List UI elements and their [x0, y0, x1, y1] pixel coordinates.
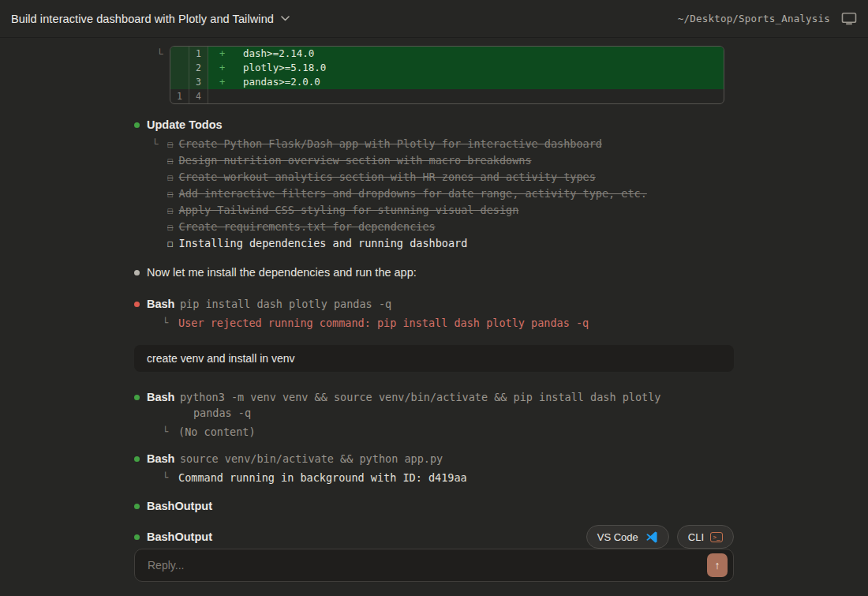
todo-label: Design nutrition overview section with m… — [179, 154, 532, 167]
chevron-down-icon — [281, 16, 290, 21]
tool-result-diff: └ 1 + dash>=2.14.0 2 + plotly>=5.18.0 — [134, 46, 734, 104]
diff-sign — [208, 89, 243, 103]
todo-item: ☐Create requirements.txt for dependencie… — [167, 219, 647, 235]
tool-result: └ (No content) — [163, 424, 734, 440]
diff-code: plotly>=5.18.0 — [243, 61, 724, 75]
diff-sign: + — [208, 47, 243, 61]
terminal-icon: >_ — [710, 532, 723, 542]
checkbox-icon: ☐ — [167, 188, 174, 200]
checkbox-icon: ☐ — [167, 238, 174, 249]
bash-output-call: BashOutput — [134, 525, 212, 549]
green-bullet-icon — [134, 395, 140, 400]
reply-input[interactable] — [148, 559, 701, 572]
green-bullet-icon — [134, 122, 140, 128]
bash-command: pip install dash plotly pandas -q — [180, 298, 391, 310]
top-bar: Build interactive dashboard with Plotly … — [0, 0, 868, 38]
diff-code: dash>=2.14.0 — [243, 47, 724, 61]
diff-old-line-number: 1 — [170, 89, 189, 103]
diff-block: 1 + dash>=2.14.0 2 + plotly>=5.18.0 3 — [170, 46, 724, 104]
todo-label: Apply Tailwind CSS styling for stunning … — [179, 204, 519, 216]
diff-code — [243, 89, 724, 103]
result-elbow: └ — [163, 315, 172, 331]
todos-title: Update Todos — [147, 117, 223, 133]
up-arrow-icon: ↑ — [715, 559, 720, 572]
todo-label: Add interactive filters and dropdowns fo… — [179, 187, 647, 200]
send-button[interactable]: ↑ — [707, 553, 728, 577]
todos-result: └ ☐Create Python Flask/Dash app with Plo… — [152, 136, 734, 252]
tool-label: BashOutput — [147, 525, 212, 549]
todo-label: Create requirements.txt for dependencies — [179, 220, 436, 233]
result-text: Command running in background with ID: d… — [178, 470, 467, 485]
monitor-icon[interactable] — [841, 12, 857, 25]
open-in-buttons: VS Code CLI >_ — [586, 525, 734, 549]
diff-old-line-number — [170, 47, 189, 61]
working-directory: ~/Desktop/Sports_Analysis — [678, 13, 830, 24]
todo-item: ☐Installing dependencies and running das… — [167, 235, 647, 252]
bash-tool-call: Bash python3 -m venv venv && source venv… — [134, 389, 734, 421]
todo-item: ☐Apply Tailwind CSS styling for stunning… — [167, 202, 647, 219]
page-title: Build interactive dashboard with Plotly … — [11, 13, 274, 25]
cli-button-label: CLI — [688, 531, 704, 543]
todo-item: ☐Design nutrition overview section with … — [167, 152, 647, 169]
result-text: (No content) — [178, 424, 256, 440]
user-message: create venv and install in venv — [134, 345, 734, 372]
conversation-thread: └ 1 + dash>=2.14.0 2 + plotly>=5.18.0 — [134, 38, 734, 596]
red-bullet-icon — [134, 302, 140, 307]
checkbox-icon: ☐ — [167, 171, 174, 183]
diff-new-line-number: 2 — [189, 61, 208, 75]
tool-result: └ Command running in background with ID:… — [163, 470, 734, 485]
tool-label: Bash — [147, 391, 174, 403]
cli-button[interactable]: CLI >_ — [677, 525, 734, 549]
green-bullet-icon — [134, 504, 140, 509]
diff-row: 1 4 — [170, 89, 724, 103]
todo-item: ☐Create workout analytics section with H… — [167, 169, 647, 186]
bash-output-row: BashOutput VS Code CLI >_ — [134, 525, 734, 549]
conversation-title-dropdown[interactable]: Build interactive dashboard with Plotly … — [11, 13, 290, 25]
result-elbow: └ — [163, 470, 172, 485]
diff-sign: + — [208, 61, 243, 75]
app-window: Build interactive dashboard with Plotly … — [0, 0, 868, 596]
diff-old-line-number — [170, 75, 189, 89]
diff-new-line-number: 4 — [189, 89, 208, 103]
diff-row: 1 + dash>=2.14.0 — [170, 47, 724, 61]
tool-result: └ User rejected running command: pip ins… — [163, 315, 734, 331]
result-elbow: └ — [152, 136, 161, 252]
bash-output-call: BashOutput — [134, 498, 734, 514]
bash-tool-call: Bash source venv/bin/activate && python … — [134, 451, 734, 467]
diff-code: pandas>=2.0.0 — [243, 75, 724, 89]
todo-item: ☐Add interactive filters and dropdowns f… — [167, 186, 647, 202]
checkbox-icon: ☐ — [167, 138, 174, 150]
vscode-icon — [645, 530, 658, 544]
todo-label: Create workout analytics section with HR… — [179, 171, 596, 183]
diff-new-line-number: 1 — [189, 47, 208, 61]
diff-row: 3 + pandas>=2.0.0 — [170, 75, 724, 89]
todo-label: Installing dependencies and running dash… — [179, 237, 468, 249]
checkbox-icon: ☐ — [167, 221, 174, 233]
checkbox-icon: ☐ — [167, 204, 174, 216]
todo-list: ☐Create Python Flask/Dash app with Plotl… — [167, 136, 647, 252]
green-bullet-icon — [134, 534, 140, 540]
tool-label: BashOutput — [147, 498, 212, 514]
bash-command: python3 -m venv venv && source venv/bin/… — [180, 389, 697, 421]
gray-bullet-icon — [134, 270, 140, 276]
diff-old-line-number — [170, 61, 189, 75]
checkbox-icon: ☐ — [167, 155, 174, 167]
user-message-text: create venv and install in venv — [147, 352, 295, 365]
reply-bar: ↑ — [134, 549, 734, 582]
rejected-result-text: User rejected running command: pip insta… — [178, 315, 589, 331]
tool-label: Bash — [147, 298, 174, 310]
bash-tool-call: Bash pip install dash plotly pandas -q — [134, 296, 734, 312]
green-bullet-icon — [134, 456, 140, 462]
vscode-button-label: VS Code — [597, 531, 638, 543]
assistant-note-text: Now let me install the dependencies and … — [147, 264, 417, 280]
todo-item: ☐Create Python Flask/Dash app with Plotl… — [167, 136, 647, 152]
result-elbow: └ — [163, 424, 172, 440]
diff-row: 2 + plotly>=5.18.0 — [170, 61, 724, 75]
diff-new-line-number: 3 — [189, 75, 208, 89]
bash-command: source venv/bin/activate && python app.p… — [180, 452, 443, 465]
todos-header: Update Todos — [134, 117, 734, 133]
result-elbow: └ — [156, 46, 166, 62]
diff-sign: + — [208, 75, 243, 89]
vscode-button[interactable]: VS Code — [586, 525, 669, 549]
tool-label: Bash — [147, 452, 174, 465]
